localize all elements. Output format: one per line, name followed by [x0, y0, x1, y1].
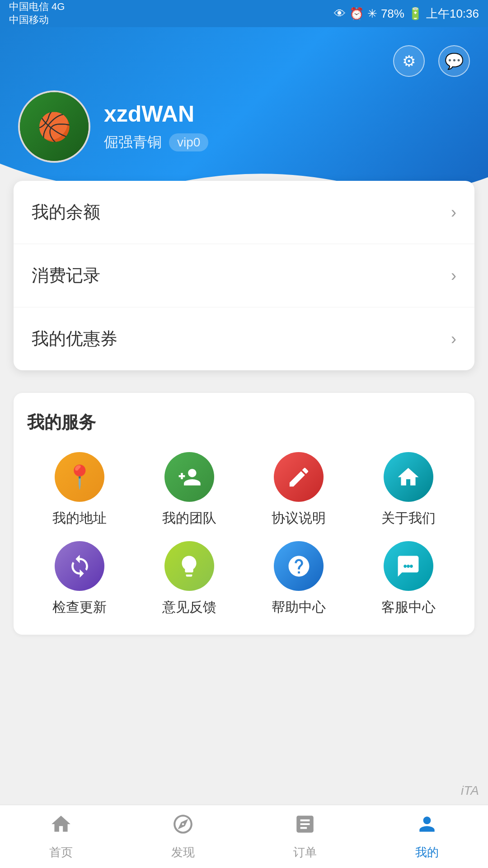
battery-level: 78% [381, 7, 404, 21]
menu-card: 我的余额 › 消费记录 › 我的优惠券 › [14, 181, 474, 370]
nav-discover[interactable]: 发现 [122, 813, 244, 860]
address-icon: 📍 [55, 452, 104, 502]
discover-label: 发现 [171, 844, 195, 860]
records-menu-item[interactable]: 消费记录 › [14, 244, 474, 307]
service-agreement[interactable]: 协议说明 [246, 452, 352, 528]
carrier-info: 中国电信 4G 中国移动 [9, 0, 65, 26]
profile-row: xzdWAN 倔强青铜 vip0 [18, 90, 470, 163]
header-icons: ⚙ 💬 [18, 45, 470, 77]
services-title: 我的服务 [27, 411, 461, 434]
alarm-icon: ⏰ [349, 7, 364, 21]
nav-orders[interactable]: 订单 [244, 813, 366, 860]
battery-icon: 🔋 [408, 7, 422, 21]
agreement-icon [274, 452, 324, 502]
bluetooth-icon: ✳ [367, 7, 377, 21]
service-address[interactable]: 📍 我的地址 [27, 452, 132, 528]
services-grid: 📍 我的地址 我的团队 协议说明 [27, 452, 461, 617]
message-button[interactable]: 💬 [438, 45, 470, 77]
team-icon [164, 452, 214, 502]
vip-badge: vip0 [169, 133, 208, 151]
balance-chevron: › [451, 203, 456, 222]
eye-icon: 👁 [334, 7, 346, 21]
service-update[interactable]: 检查更新 [27, 541, 132, 617]
orders-label: 订单 [293, 844, 317, 860]
home-label: 首页 [49, 844, 73, 860]
about-icon [384, 452, 433, 502]
orders-icon [294, 813, 316, 841]
feedback-label: 意见反馈 [162, 598, 216, 617]
about-label: 关于我们 [381, 509, 436, 528]
coupons-menu-item[interactable]: 我的优惠券 › [14, 307, 474, 370]
discover-icon [172, 813, 194, 841]
update-label: 检查更新 [52, 598, 107, 617]
balance-menu-item[interactable]: 我的余额 › [14, 181, 474, 244]
balance-label: 我的余额 [32, 201, 100, 224]
records-chevron: › [451, 266, 456, 285]
customer-service-label: 客服中心 [381, 598, 436, 617]
coupons-chevron: › [451, 330, 456, 349]
avatar[interactable] [18, 90, 90, 163]
nav-profile[interactable]: 我的 [366, 813, 488, 860]
service-feedback[interactable]: 意见反馈 [137, 541, 242, 617]
profile-header: ⚙ 💬 xzdWAN 倔强青铜 vip0 [0, 27, 488, 199]
address-label: 我的地址 [52, 509, 107, 528]
team-label: 我的团队 [162, 509, 216, 528]
service-customer[interactable]: 客服中心 [356, 541, 461, 617]
settings-button[interactable]: ⚙ [393, 45, 425, 77]
coupons-label: 我的优惠券 [32, 327, 117, 350]
records-label: 消费记录 [32, 264, 100, 287]
help-label: 帮助中心 [272, 598, 326, 617]
nav-home[interactable]: 首页 [0, 813, 122, 860]
profile-nav-label: 我的 [415, 844, 439, 860]
home-icon [50, 813, 72, 841]
service-about[interactable]: 关于我们 [356, 452, 461, 528]
status-right: 👁 ⏰ ✳ 78% 🔋 上午10:36 [334, 6, 479, 22]
services-card: 我的服务 📍 我的地址 我的团队 协 [14, 393, 474, 635]
watermark: iTA [461, 783, 479, 798]
service-help[interactable]: 帮助中心 [246, 541, 352, 617]
profile-icon [416, 813, 438, 841]
status-bar: 中国电信 4G 中国移动 👁 ⏰ ✳ 78% 🔋 上午10:36 [0, 0, 488, 27]
update-icon [55, 541, 104, 591]
time: 上午10:36 [426, 6, 479, 22]
services-section: 我的服务 📍 我的地址 我的团队 协 [14, 393, 474, 635]
profile-rank: 倔强青铜 vip0 [104, 132, 208, 152]
service-team[interactable]: 我的团队 [137, 452, 242, 528]
feedback-icon [164, 541, 214, 591]
profile-info: xzdWAN 倔强青铜 vip0 [104, 101, 208, 152]
agreement-label: 协议说明 [272, 509, 326, 528]
bottom-nav: 首页 发现 订单 我的 [0, 805, 488, 868]
help-icon [274, 541, 324, 591]
customer-service-icon [384, 541, 433, 591]
profile-username: xzdWAN [104, 101, 208, 127]
